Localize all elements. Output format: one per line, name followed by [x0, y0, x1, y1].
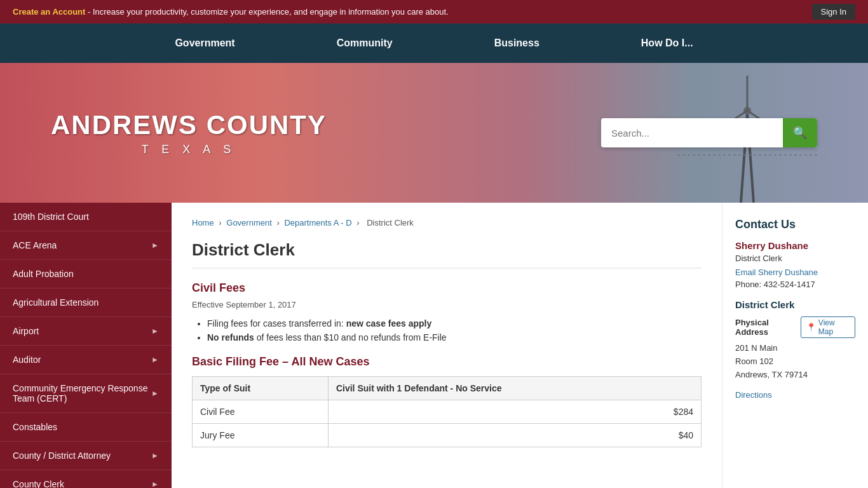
top-banner: Create an Account - Increase your produc…	[0, 0, 868, 24]
nav-business[interactable]: Business	[444, 24, 590, 63]
sidebar-item-label: Constables	[13, 422, 57, 432]
address-line3: Andrews, TX 79714	[735, 369, 855, 382]
sidebar-item-airport[interactable]: Airport ►	[0, 317, 172, 346]
sidebar: 109th District Court ACE Arena ► Adult P…	[0, 203, 172, 488]
breadcrumb-home[interactable]: Home	[192, 218, 214, 227]
district-clerk-subheading: District Clerk	[735, 299, 855, 310]
nav-government[interactable]: Government	[124, 24, 285, 63]
address-line1: 201 N Main	[735, 342, 855, 355]
contact-us-heading: Contact Us	[735, 218, 855, 231]
email-link[interactable]: Email Sherry Dushane	[735, 268, 818, 277]
breadcrumb-current: District Clerk	[367, 218, 414, 227]
sidebar-item-label: Adult Probation	[13, 269, 74, 279]
chevron-right-icon: ►	[151, 389, 159, 398]
bullet-item: No refunds of fees less than $10 and no …	[207, 332, 702, 342]
table-row: Jury Fee $40	[193, 424, 702, 447]
bullet-item: Filing fees for cases transferred in: ne…	[207, 318, 702, 329]
search-bar: 🔍	[601, 118, 817, 147]
sidebar-item-adult-probation[interactable]: Adult Probation	[0, 260, 172, 288]
table-cell-value: $284	[328, 400, 701, 424]
content-area: 109th District Court ACE Arena ► Adult P…	[0, 203, 868, 488]
table-header-col2: Civil Suit with 1 Defendant - No Service	[328, 377, 701, 400]
sidebar-item-constables[interactable]: Constables	[0, 413, 172, 442]
sign-in-button[interactable]: Sign In	[812, 4, 855, 20]
sidebar-item-label: County Clerk	[13, 479, 64, 488]
bullet-bold: No refunds	[207, 332, 254, 342]
view-map-button[interactable]: 📍 View Map	[801, 316, 855, 338]
nav-community[interactable]: Community	[286, 24, 444, 63]
table-row: Civil Fee $284	[193, 400, 702, 424]
sidebar-item-auditor[interactable]: Auditor ►	[0, 346, 172, 374]
civil-fees-effective: Effective September 1, 2017	[192, 300, 702, 309]
breadcrumb-separator: ›	[356, 218, 362, 227]
civil-fees-bullets: Filing fees for cases transferred in: ne…	[207, 318, 702, 342]
sidebar-item-label: ACE Arena	[13, 240, 57, 250]
banner-text: - Increase your productivity, customize …	[85, 7, 448, 17]
table-cell-label: Civil Fee	[193, 400, 329, 424]
contact-name: Sherry Dushane	[735, 240, 855, 251]
page-title: District Clerk	[192, 240, 702, 269]
bullet-text: Filing fees for cases transferred in:	[207, 318, 346, 329]
main-nav: Government Community Business How Do I..…	[0, 24, 868, 63]
hero-subtitle: T E X A S	[51, 143, 327, 156]
sidebar-item-label: Auditor	[13, 355, 41, 365]
chevron-right-icon: ►	[151, 480, 159, 488]
create-account-link[interactable]: Create an Account	[13, 7, 85, 17]
sidebar-item-county-district-attorney[interactable]: County / District Attorney ►	[0, 442, 172, 470]
breadcrumb: Home › Government › Departments A - D › …	[192, 218, 702, 227]
sidebar-item-county-clerk[interactable]: County Clerk ►	[0, 470, 172, 488]
nav-how-do-i[interactable]: How Do I...	[590, 24, 744, 63]
breadcrumb-separator: ›	[219, 218, 224, 227]
chevron-right-icon: ►	[151, 241, 159, 250]
hero-text: ANDREWS COUNTY T E X A S	[51, 110, 327, 156]
civil-fees-heading: Civil Fees	[192, 281, 702, 295]
address-line2: Room 102	[735, 355, 855, 369]
hero-title: ANDREWS COUNTY	[51, 110, 327, 140]
sidebar-item-label: 109th District Court	[13, 212, 89, 222]
breadcrumb-departments-ad[interactable]: Departments A - D	[284, 218, 351, 227]
table-cell-value: $40	[328, 424, 701, 447]
bullet-suffix: of fees less than $10 and no refunds fro…	[254, 332, 447, 342]
physical-address-label: Physical Address	[735, 318, 801, 337]
hero-section: ANDREWS COUNTY T E X A S 🔍	[0, 63, 868, 203]
search-input[interactable]	[601, 120, 783, 146]
sidebar-item-label: Agricultural Extension	[13, 297, 98, 308]
sidebar-item-agricultural-extension[interactable]: Agricultural Extension	[0, 288, 172, 317]
chevron-right-icon: ►	[151, 355, 159, 364]
contact-role: District Clerk	[735, 254, 855, 263]
physical-address-row: Physical Address 📍 View Map	[735, 316, 855, 338]
sidebar-item-cert[interactable]: Community Emergency Response Team (CERT)…	[0, 374, 172, 413]
sidebar-item-label: Airport	[13, 326, 39, 336]
basic-filing-heading: Basic Filing Fee – All New Cases	[192, 355, 702, 369]
sidebar-item-label: Community Emergency Response Team (CERT)	[13, 383, 151, 403]
right-panel: Contact Us Sherry Dushane District Clerk…	[722, 203, 868, 488]
contact-phone: Phone: 432-524-1417	[735, 280, 855, 289]
chevron-right-icon: ►	[151, 327, 159, 336]
fees-table: Type of Suit Civil Suit with 1 Defendant…	[192, 376, 702, 447]
view-map-label: View Map	[818, 318, 850, 336]
main-content: Home › Government › Departments A - D › …	[172, 203, 722, 488]
search-button[interactable]: 🔍	[783, 118, 817, 147]
sidebar-item-ace-arena[interactable]: ACE Arena ►	[0, 231, 172, 260]
sidebar-item-label: County / District Attorney	[13, 451, 111, 461]
breadcrumb-government[interactable]: Government	[226, 218, 272, 227]
table-cell-label: Jury Fee	[193, 424, 329, 447]
directions-link[interactable]: Directions	[735, 390, 855, 400]
contact-email: Email Sherry Dushane	[735, 267, 855, 277]
table-header-col1: Type of Suit	[193, 377, 329, 400]
sidebar-item-109th-district-court[interactable]: 109th District Court	[0, 203, 172, 231]
chevron-right-icon: ►	[151, 451, 159, 460]
map-pin-icon: 📍	[806, 323, 816, 332]
breadcrumb-separator: ›	[276, 218, 281, 227]
bullet-bold: new case fees apply	[346, 318, 432, 329]
